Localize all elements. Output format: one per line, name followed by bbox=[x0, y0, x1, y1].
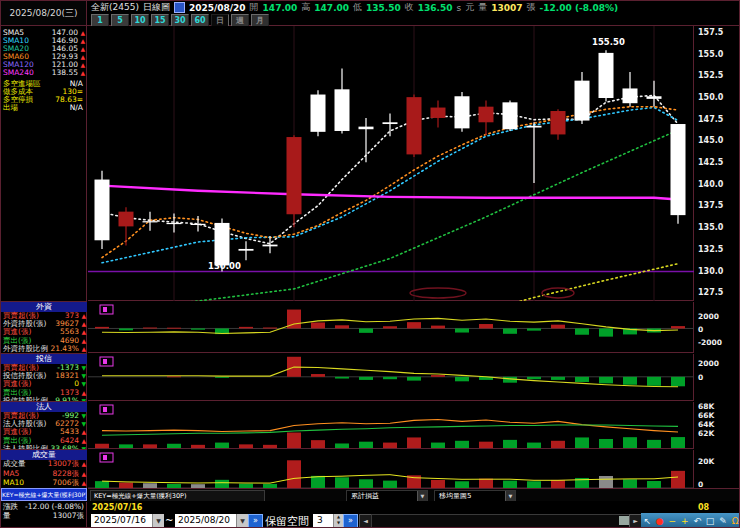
panel-bar bbox=[503, 440, 517, 448]
volume-label: 量 bbox=[478, 1, 487, 14]
panel-row-value: 13007張 bbox=[48, 460, 79, 468]
panel-bar bbox=[527, 481, 541, 488]
panel-bar bbox=[479, 442, 493, 448]
dropdown-avg-volume-label: 移均量圖5 bbox=[439, 492, 471, 500]
panel-bar bbox=[671, 377, 685, 386]
zoom-in-icon[interactable]: + bbox=[681, 514, 689, 528]
panel-bar bbox=[407, 377, 421, 381]
trend-down-icon: ▼ bbox=[81, 364, 86, 372]
candle-body bbox=[503, 102, 518, 129]
panel-bar bbox=[623, 479, 637, 488]
institution-panel-chart[interactable] bbox=[88, 402, 694, 449]
record-icon[interactable]: ● bbox=[656, 514, 664, 528]
price-tick: 157.5 bbox=[698, 28, 723, 37]
chart-type-label: 日線圖 bbox=[143, 1, 170, 14]
trend-up-icon: ▲ bbox=[81, 328, 86, 336]
unit-s: s bbox=[457, 3, 462, 13]
panel-bar bbox=[359, 442, 373, 448]
horizontal-scrollbar[interactable] bbox=[371, 514, 631, 528]
foreign-svg bbox=[88, 302, 694, 353]
trend-up-icon: ▲ bbox=[81, 312, 86, 320]
candle-body bbox=[311, 95, 326, 132]
panel-bar bbox=[191, 445, 205, 448]
panel-bar bbox=[335, 477, 349, 488]
trend-up-icon: ▲ bbox=[81, 345, 86, 353]
panel-bar bbox=[383, 443, 397, 448]
undo-icon[interactable]: ↶ bbox=[693, 514, 701, 528]
sma240-line bbox=[102, 186, 678, 200]
indicator-sidebar: SMA5147.00▲SMA10146.90▲SMA20146.05▲SMA60… bbox=[1, 26, 87, 488]
candle-body bbox=[575, 81, 590, 121]
candle-body bbox=[335, 89, 350, 131]
panel-bar bbox=[455, 481, 469, 488]
volume-row-value: 13007張 bbox=[53, 511, 84, 520]
candle-body bbox=[167, 223, 182, 224]
scrollbar-thumb[interactable] bbox=[619, 516, 629, 525]
chevron-down-icon[interactable]: ▼ bbox=[152, 514, 164, 527]
panel-bar bbox=[215, 377, 229, 378]
go-button-2[interactable]: » bbox=[343, 514, 358, 528]
price-tick: 152.5 bbox=[698, 71, 723, 80]
trend-up-icon: ▲ bbox=[81, 320, 86, 328]
panel-bar bbox=[311, 374, 325, 377]
volume-panel-chart[interactable] bbox=[88, 450, 694, 488]
alert-bell-icon[interactable]: Ω bbox=[732, 514, 739, 528]
main-price-chart[interactable]: 130.00155.50 bbox=[88, 26, 694, 301]
institution-axis: 68K66K64K62K bbox=[695, 402, 740, 449]
go-button[interactable]: » bbox=[248, 514, 263, 528]
open-label: 開 bbox=[250, 1, 259, 14]
quote-row: 全新(2455) 日線圖 2025/08/20 開 147.00 高 147.0… bbox=[91, 2, 618, 13]
candle-body bbox=[239, 249, 254, 251]
close-value: 136.50 bbox=[418, 3, 453, 13]
cursor-icon[interactable]: ↖ bbox=[643, 514, 651, 528]
signal-label: 出場 bbox=[3, 104, 18, 112]
time-marker-ellipse bbox=[542, 288, 574, 298]
stepper-arrows-icon[interactable]: ▲▼ bbox=[333, 514, 343, 527]
panel-bar bbox=[455, 441, 469, 448]
key-strategy-bar[interactable]: KEY=極光線+爆大量(獲利30P) bbox=[1, 488, 87, 501]
panel-bar bbox=[287, 460, 301, 488]
panel-bar bbox=[383, 481, 397, 488]
trend-up-icon: ▲ bbox=[81, 470, 86, 478]
select-region-icon[interactable]: □ bbox=[706, 514, 715, 528]
panel-bar bbox=[599, 377, 613, 384]
trend-up-icon: ▲ bbox=[81, 479, 86, 487]
trust-panel-chart[interactable] bbox=[88, 354, 694, 401]
low-label: 低 bbox=[353, 1, 362, 14]
panel-bar bbox=[575, 437, 589, 448]
date-from-value: 2025/07/16 bbox=[94, 515, 146, 525]
chevron-down-icon[interactable]: ▼ bbox=[236, 514, 248, 527]
price-tick: 130.0 bbox=[698, 267, 723, 276]
signal-value: N/A bbox=[70, 104, 83, 112]
price-tick: 155.0 bbox=[698, 50, 723, 59]
panel-tick: 66K bbox=[698, 411, 714, 420]
price-axis: 157.5155.0152.5150.0147.5145.0142.5140.0… bbox=[695, 26, 740, 301]
foreign-panel-chart[interactable] bbox=[88, 302, 694, 353]
panel-tick: 2000 bbox=[698, 359, 719, 368]
panel-bar bbox=[527, 377, 541, 379]
panel-row-label: MA10 bbox=[3, 479, 24, 487]
panel-row-value: 8228張 bbox=[52, 470, 79, 478]
foreign-axis: 20000-2000 bbox=[695, 302, 740, 353]
date-from-select[interactable]: 2025/07/16 ▼ bbox=[91, 514, 164, 527]
sma60-line bbox=[102, 130, 678, 301]
panel-bar bbox=[479, 324, 493, 328]
panel-bar bbox=[311, 440, 325, 448]
trend-up-icon: ▲ bbox=[80, 45, 85, 53]
change-summary: 漲跌-12.00 (-8.08%) 量13007張 bbox=[1, 502, 87, 528]
draw-icon[interactable]: ✎ bbox=[719, 514, 727, 528]
candle-body bbox=[119, 212, 134, 227]
keep-space-label: 保留空間 bbox=[265, 514, 309, 528]
date-to-select[interactable]: 2025/08/20 ▼ bbox=[175, 514, 248, 527]
close-label: 收 bbox=[405, 1, 414, 14]
zoom-out-icon[interactable]: − bbox=[669, 514, 677, 528]
panel-bar bbox=[527, 328, 541, 330]
candle-body bbox=[431, 108, 446, 118]
keep-space-stepper[interactable]: 3 ▲▼ bbox=[313, 514, 343, 527]
date-to-value: 2025/08/20 bbox=[178, 515, 230, 525]
panel-row-label: 外資持股比例 bbox=[3, 345, 48, 353]
signal-list: 多空進場區N/A做多成本130=多空停損78.63=出場N/A bbox=[1, 77, 86, 112]
trend-down-icon: ▼ bbox=[81, 412, 86, 420]
candle-body bbox=[551, 111, 566, 134]
candle-body bbox=[191, 224, 206, 225]
